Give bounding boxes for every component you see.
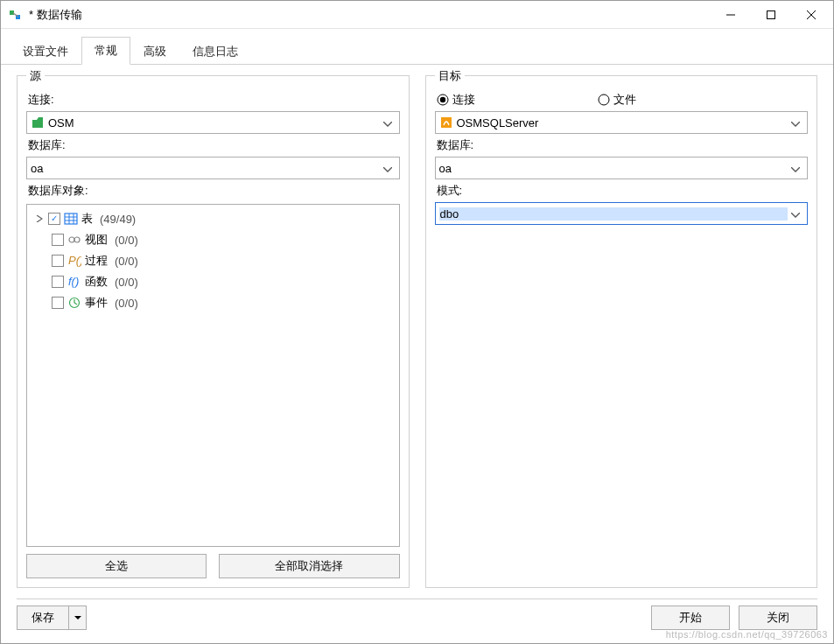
tree-label: 视图 (85, 232, 108, 248)
deselect-all-button[interactable]: 全部取消选择 (219, 554, 399, 578)
source-connection-combo[interactable]: OSM (26, 111, 400, 134)
tree-item-events[interactable]: 事件 (0/0) (29, 292, 397, 313)
checkbox-functions[interactable] (52, 276, 64, 288)
tree-item-procedures[interactable]: P() 过程 (0/0) (29, 250, 397, 271)
chevron-down-icon (380, 116, 396, 130)
view-icon (67, 233, 81, 247)
svg-text:f(): f() (68, 275, 79, 288)
checkbox-events[interactable] (52, 297, 64, 309)
source-objects-label: 数据库对象: (28, 183, 398, 199)
app-icon (8, 8, 22, 22)
tree-label: 表 (81, 211, 93, 227)
mysql-conn-icon (31, 116, 45, 130)
tab-bar: 设置文件 常规 高级 信息日志 (1, 29, 833, 65)
maximize-button[interactable] (751, 2, 791, 28)
tree-label: 函数 (85, 274, 108, 290)
svg-point-2 (69, 237, 74, 242)
tab-advanced[interactable]: 高级 (130, 38, 179, 65)
radio-label: 文件 (613, 92, 636, 108)
minimize-button[interactable] (711, 2, 751, 28)
procedure-icon: P() (67, 254, 81, 268)
save-dropdown-button[interactable] (69, 606, 87, 630)
tree-count: (0/0) (115, 234, 138, 247)
target-schema-combo[interactable]: dbo (435, 202, 809, 225)
tab-settings[interactable]: 设置文件 (10, 38, 81, 65)
target-type-row: 连接 文件 (437, 92, 807, 108)
target-radio-file[interactable]: 文件 (598, 92, 636, 108)
radio-unchecked-icon (598, 94, 610, 106)
save-split-button[interactable]: 保存 (17, 606, 87, 630)
source-object-tree[interactable]: 表 (49/49) 视图 (0/0) P() 过程 (26, 204, 400, 547)
target-database-combo[interactable] (435, 157, 809, 179)
event-icon (67, 296, 81, 310)
footer: 保存 开始 关闭 (1, 599, 833, 643)
tree-item-functions[interactable]: f() 函数 (0/0) (29, 271, 397, 292)
function-icon: f() (67, 275, 81, 289)
sqlserver-conn-icon (439, 116, 453, 130)
target-legend: 目标 (435, 68, 465, 84)
target-radio-connection[interactable]: 连接 (437, 92, 475, 108)
checkbox-views[interactable] (52, 234, 64, 246)
source-db-value[interactable] (31, 162, 380, 175)
svg-rect-1 (65, 214, 77, 224)
table-icon (64, 212, 78, 226)
svg-point-9 (599, 94, 609, 105)
tree-label: 事件 (85, 295, 108, 311)
tree-label: 过程 (85, 253, 108, 269)
tree-count: (0/0) (115, 297, 138, 310)
tree-item-tables[interactable]: 表 (49/49) (29, 208, 397, 229)
target-db-value[interactable] (439, 162, 788, 175)
chevron-down-icon (380, 162, 396, 175)
checkbox-tables[interactable] (48, 213, 60, 225)
svg-rect-0 (767, 10, 775, 18)
source-conn-label: 连接: (28, 92, 398, 108)
tree-count: (0/0) (115, 276, 138, 289)
tree-count: (0/0) (115, 255, 138, 268)
tab-general[interactable]: 常规 (81, 37, 130, 65)
select-all-button[interactable]: 全选 (26, 554, 207, 578)
titlebar: * 数据传输 (1, 1, 833, 29)
start-button[interactable]: 开始 (651, 606, 730, 630)
tree-item-views[interactable]: 视图 (0/0) (29, 229, 397, 250)
chevron-down-icon (74, 616, 81, 620)
target-db-label: 数据库: (437, 137, 807, 153)
svg-text:P(): P() (68, 254, 81, 267)
chevron-down-icon (788, 207, 803, 220)
close-dialog-button[interactable]: 关闭 (739, 606, 817, 630)
source-panel: 源 连接: OSM 数据库: 数据库对象: (17, 75, 410, 588)
svg-point-8 (439, 97, 445, 102)
checkbox-procedures[interactable] (52, 255, 64, 267)
target-conn-value: OSMSQLServer (457, 116, 788, 130)
target-panel: 目标 连接 文件 (425, 75, 818, 588)
source-button-row: 全选 全部取消选择 (26, 554, 400, 578)
content-area: 源 连接: OSM 数据库: 数据库对象: (1, 65, 833, 588)
radio-checked-icon (437, 94, 449, 106)
source-database-combo[interactable] (26, 157, 400, 179)
svg-point-3 (74, 237, 80, 242)
source-db-label: 数据库: (28, 137, 398, 153)
window-title: * 数据传输 (29, 7, 711, 23)
source-conn-value: OSM (48, 116, 380, 130)
source-legend: 源 (26, 68, 45, 84)
tab-log[interactable]: 信息日志 (179, 38, 251, 65)
chevron-down-icon (788, 116, 803, 130)
close-button[interactable] (791, 2, 831, 28)
target-connection-combo[interactable]: OSMSQLServer (435, 111, 809, 134)
data-transfer-window: * 数据传输 设置文件 常规 高级 信息日志 源 连接: OSM (0, 0, 834, 644)
save-button[interactable]: 保存 (17, 606, 69, 630)
svg-rect-10 (441, 117, 452, 128)
chevron-right-icon[interactable] (34, 214, 45, 224)
tree-count: (49/49) (100, 213, 136, 226)
target-schema-label: 模式: (437, 183, 807, 199)
radio-label: 连接 (452, 92, 475, 108)
target-schema-value: dbo (439, 207, 788, 220)
chevron-down-icon (788, 162, 803, 175)
